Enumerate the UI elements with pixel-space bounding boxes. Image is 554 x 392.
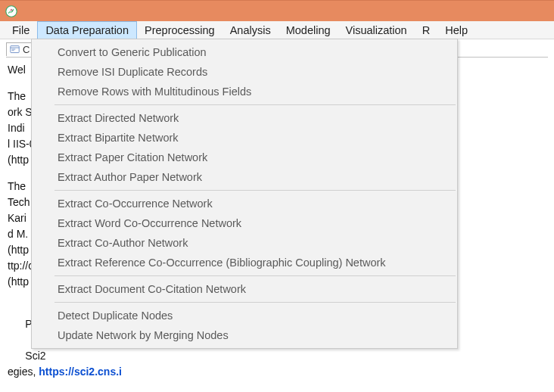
dd-extract-bipartite-network[interactable]: Extract Bipartite Network [32,128,457,148]
menu-r[interactable]: R [415,21,437,39]
dd-update-merge-nodes[interactable]: Update Network by Merging Nodes [32,325,457,345]
dd-remove-multitudinous-rows[interactable]: Remove Rows with Multitudinous Fields [32,82,457,101]
console-tab-label: C [23,44,30,55]
menubar: File Data Preparation Preprocessing Anal… [0,21,554,39]
dropdown-separator [54,275,456,276]
menu-visualization[interactable]: Visualization [338,21,415,39]
dropdown-separator [54,190,456,191]
dd-extract-paper-citation[interactable]: Extract Paper Citation Network [32,148,457,167]
dd-remove-isi-duplicates[interactable]: Remove ISI Duplicate Records [32,62,457,82]
console-icon [10,45,20,54]
dd-convert-generic-publication[interactable]: Convert to Generic Publication [32,42,457,62]
dd-extract-co-occurrence[interactable]: Extract Co-Occurrence Network [32,194,457,213]
dropdown-data-preparation: Convert to Generic Publication Remove IS… [31,39,458,349]
dd-extract-author-paper[interactable]: Extract Author Paper Network [32,167,457,187]
dropdown-separator [54,104,456,105]
dd-extract-doc-co-citation[interactable]: Extract Document Co-Citation Network [32,279,457,299]
menu-data-preparation[interactable]: Data Preparation [37,21,137,39]
dd-detect-duplicate-nodes[interactable]: Detect Duplicate Nodes [32,306,457,325]
menu-help[interactable]: Help [437,21,475,39]
menu-file[interactable]: File [5,21,37,39]
app-icon [5,5,18,18]
menu-analysis[interactable]: Analysis [223,21,279,39]
dd-extract-directed-network[interactable]: Extract Directed Network [32,108,457,128]
titlebar [0,0,554,21]
menu-modeling[interactable]: Modeling [279,21,338,39]
dd-extract-word-co-occurrence[interactable]: Extract Word Co-Occurrence Network [32,213,457,233]
svg-point-0 [6,5,17,16]
menu-preprocessing[interactable]: Preprocessing [137,21,223,39]
dd-extract-ref-co-occurrence[interactable]: Extract Reference Co-Occurrence (Bibliog… [32,253,457,272]
dropdown-separator [54,302,456,303]
dd-extract-co-author[interactable]: Extract Co-Author Network [32,233,457,253]
console-link[interactable]: https://sci2.cns.i [39,366,122,378]
